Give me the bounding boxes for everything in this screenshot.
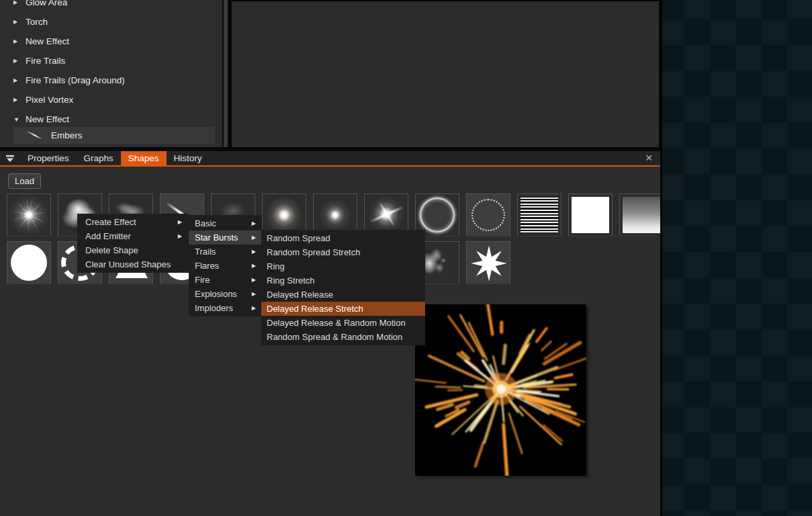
menu-item-clear-unused-shapes[interactable]: Clear Unused Shapes (77, 257, 189, 271)
shape-thumbnail-horizontal-stripes[interactable] (517, 194, 561, 236)
shape-thumbnail-vertical-gradient[interactable] (619, 194, 660, 236)
submenu-arrow-icon: ▶ (245, 263, 256, 269)
tab-properties[interactable]: Properties (20, 151, 77, 165)
chevron-right-icon[interactable]: ▶ (13, 77, 23, 83)
ember-streak-icon (26, 131, 43, 140)
submenu-arrow-icon: ▶ (245, 305, 256, 311)
menu-item-delayed-release-random-motion[interactable]: Delayed Release & Random Motion (261, 316, 425, 330)
star-bursts-menu: Random Spread Random Spread Stretch Ring… (261, 230, 425, 345)
menu-item-delayed-release-stretch[interactable]: Delayed Release Stretch (261, 302, 425, 316)
tree-item-new-effect-expanded[interactable]: ▼ New Effect (0, 110, 222, 129)
effect-preview-image (415, 304, 586, 476)
menu-item-label: Random Spread (267, 233, 330, 243)
tab-history[interactable]: History (167, 151, 210, 165)
menu-item-fire[interactable]: Fire▶ (189, 273, 262, 287)
tab-label: History (174, 153, 202, 163)
effect-category-menu: Basic▶ Star Bursts▶ Trails▶ Flares▶ Fire… (189, 215, 262, 316)
tab-label: Properties (28, 153, 69, 163)
submenu-arrow-icon: ▶ (171, 219, 182, 225)
tree-item-fire-trails[interactable]: ▶ Fire Trails (0, 51, 222, 71)
submenu-arrow-icon: ▶ (245, 277, 256, 283)
tree-child-item-embers[interactable]: Embers (13, 127, 215, 144)
tree-item-label: Glow Area (26, 0, 67, 7)
menu-item-label: Basic (195, 218, 216, 228)
menu-item-ring-stretch[interactable]: Ring Stretch (261, 273, 425, 288)
eight-point-star-shape (469, 244, 508, 283)
shape-thumbnail-eight-point-star[interactable] (466, 241, 510, 284)
tree-item-label: Fire Trails (26, 56, 65, 66)
scene-viewport[interactable] (660, 0, 812, 516)
tree-item-label: New Effect (26, 36, 69, 46)
tree-item-label: Embers (51, 130, 83, 140)
tree-item-new-effect[interactable]: ▶ New Effect (0, 32, 222, 51)
shape-context-menu: Create Effect▶ Add Emitter▶ Delete Shape… (77, 214, 189, 273)
menu-item-label: Delayed Release & Random Motion (267, 318, 406, 328)
menu-item-basic[interactable]: Basic▶ (189, 216, 262, 230)
chevron-down-icon[interactable]: ▼ (13, 116, 23, 123)
chevron-right-icon[interactable]: ▶ (13, 19, 23, 25)
tree-item-torch[interactable]: ▶ Torch (0, 12, 222, 32)
shapes-panel: Load Create Effect▶ Add Emitter▶ Delete … (0, 167, 660, 516)
sparkle-ray (378, 201, 396, 227)
chevron-right-icon[interactable]: ▶ (13, 58, 23, 64)
shape-thumbnail-glow-burst[interactable] (7, 194, 51, 236)
tree-item-label: Fire Trails (Drag Around) (26, 75, 125, 85)
menu-item-label: Random Spread Stretch (267, 247, 360, 257)
menu-item-label: Random Spread & Random Motion (267, 332, 402, 342)
menu-item-flares[interactable]: Flares▶ (189, 259, 262, 273)
menu-item-imploders[interactable]: Imploders▶ (189, 301, 262, 315)
tab-label: Shapes (128, 153, 159, 163)
shape-thumbnail-dotted-circle[interactable] (466, 194, 510, 236)
shape-thumbnail-white-circle[interactable] (7, 241, 51, 284)
tree-item-label: Pixel Vortex (26, 95, 73, 105)
tree-scrollbar[interactable] (222, 0, 229, 147)
menu-item-label: Ring Stretch (267, 275, 315, 286)
menu-item-label: Star Bursts (195, 232, 238, 243)
tree-item-glow-area[interactable]: ▶ Glow Area (0, 0, 222, 12)
tree-item-pixel-vortex[interactable]: ▶ Pixel Vortex (0, 90, 222, 110)
menu-item-trails[interactable]: Trails▶ (189, 245, 262, 259)
menu-item-label: Explosions (195, 289, 237, 299)
star-burst-preview-graphic (415, 304, 586, 476)
menu-item-label: Imploders (195, 303, 233, 313)
tab-graphs[interactable]: Graphs (77, 151, 121, 165)
menu-item-label: Ring (267, 261, 285, 271)
load-shapes-button[interactable]: Load (8, 173, 41, 189)
top-section: ▶ Glow Area ▶ Torch ▶ New Effect ▶ Fire … (0, 0, 660, 151)
dotted-ring-shape (471, 199, 505, 231)
menu-item-label: Delayed Release Stretch (267, 304, 363, 314)
menu-item-star-bursts[interactable]: Star Bursts▶ (189, 230, 262, 245)
submenu-arrow-icon: ▶ (245, 291, 256, 297)
menu-item-delayed-release[interactable]: Delayed Release (261, 288, 425, 302)
bottom-panel-tab-bar: Properties Graphs Shapes History ✕ (0, 151, 660, 167)
menu-item-add-emitter[interactable]: Add Emitter▶ (77, 229, 189, 243)
submenu-arrow-icon: ▶ (245, 220, 256, 226)
menu-item-random-spread[interactable]: Random Spread (261, 231, 425, 245)
menu-item-label: Clear Unused Shapes (85, 259, 171, 269)
menu-item-ring[interactable]: Ring (261, 259, 425, 273)
menu-item-random-spread-stretch[interactable]: Random Spread Stretch (261, 245, 425, 259)
chevron-right-icon[interactable]: ▶ (13, 38, 23, 44)
tree-item-label: Torch (26, 17, 48, 27)
close-panel-icon[interactable]: ✕ (643, 152, 655, 164)
collapse-panel-icon[interactable] (0, 151, 20, 165)
menu-item-label: Trails (195, 247, 216, 257)
tab-shapes[interactable]: Shapes (121, 151, 167, 165)
tree-item-label: New Effect (26, 114, 69, 124)
tab-label: Graphs (84, 153, 114, 163)
menu-item-delete-shape[interactable]: Delete Shape (77, 243, 189, 257)
submenu-arrow-icon: ▶ (245, 249, 256, 255)
empty-canvas-panel[interactable] (230, 0, 660, 148)
tree-item-fire-trails-drag[interactable]: ▶ Fire Trails (Drag Around) (0, 71, 222, 90)
menu-item-label: Flares (195, 261, 219, 271)
menu-item-explosions[interactable]: Explosions▶ (189, 287, 262, 301)
menu-item-label: Add Emitter (85, 231, 131, 241)
menu-item-random-spread-random-motion[interactable]: Random Spread & Random Motion (261, 330, 425, 344)
shape-thumbnail-white-square[interactable] (568, 194, 613, 236)
submenu-arrow-icon: ▶ (245, 234, 256, 241)
menu-item-label: Fire (195, 275, 210, 285)
menu-item-create-effect[interactable]: Create Effect▶ (77, 215, 189, 229)
chevron-right-icon[interactable]: ▶ (13, 0, 23, 5)
menu-item-label: Delayed Release (267, 290, 333, 300)
chevron-right-icon[interactable]: ▶ (13, 97, 23, 103)
